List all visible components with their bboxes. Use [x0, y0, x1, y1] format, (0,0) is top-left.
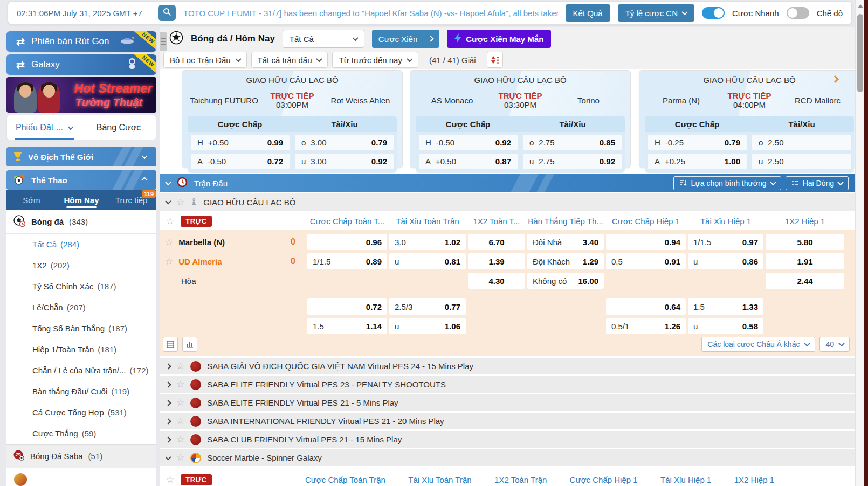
league-row[interactable]: ☆ SABA ELITE FRIENDLY Virtual PES 23 - P…	[160, 376, 855, 393]
scrollbar-thumb[interactable]	[857, 14, 863, 92]
tab-bet-slip[interactable]: Phiếu Đặt ...	[7, 115, 81, 140]
parlay-button[interactable]: Cược Xiên	[372, 30, 439, 48]
menu-item-correct-score[interactable]: Tỷ Số Chính Xác(187)	[6, 276, 156, 297]
odds-cell-hdp-home[interactable]: H-0.500.92	[419, 135, 518, 150]
odds-cell[interactable]: Đội Nhà3.40	[527, 234, 604, 250]
chevron-right-icon[interactable]	[165, 363, 171, 369]
odds-cell[interactable]: u0.58	[688, 318, 763, 334]
odds-cell[interactable]: Không có16.00	[527, 273, 604, 289]
results-button[interactable]: Kết Quả	[566, 4, 610, 22]
odds-cell[interactable]: u1.06	[389, 318, 466, 334]
next-cards-arrow[interactable]	[832, 74, 838, 84]
odds-cell[interactable]: 6.70	[468, 234, 525, 250]
sports-section[interactable]: Thể Thao	[6, 170, 156, 190]
mode-toggle[interactable]	[787, 7, 809, 19]
galaxy-version-button[interactable]: ⇄ Galaxy NEW	[6, 54, 156, 75]
normal-selection-dropdown[interactable]: Lựa chọn bình thường	[673, 176, 781, 190]
league-row[interactable]: ☆ SABA INTERNATIONAL FRIENDLY Virtual PE…	[160, 413, 855, 429]
odds-cell[interactable]: 1.39	[468, 253, 525, 269]
league-row[interactable]: ☆ SABA ELITE FRIENDLY Virtual PES 21 - 5…	[160, 394, 855, 411]
favorite-star-icon[interactable]: ☆	[176, 453, 184, 462]
collapse-sidebar-handle[interactable]	[160, 32, 167, 51]
menu-item-all[interactable]: Tất Cả(284)	[6, 234, 156, 255]
league-row[interactable]: ☆ SABA CLUB FRIENDLY Virtual PES 21 - 15…	[160, 431, 855, 448]
odds-cell-under[interactable]: u2.50	[752, 154, 851, 169]
odds-cell[interactable]: 1.91	[766, 253, 844, 269]
odds-cell[interactable]: 2.44	[766, 273, 844, 289]
collapse-chevron-icon[interactable]	[165, 179, 171, 185]
odds-cell[interactable]: 1/1.50.97	[688, 234, 763, 250]
odds-cell[interactable]: 1.51.33	[688, 298, 763, 315]
odds-cell[interactable]: u0.86	[688, 253, 763, 269]
odds-type-dropdown[interactable]: Tỷ lệ cược CN	[618, 4, 694, 22]
chevron-down-icon[interactable]	[165, 454, 171, 460]
odds-cell[interactable]: 1.51.14	[307, 318, 387, 334]
favorite-star-icon[interactable]: ☆	[176, 362, 184, 371]
hot-streamer-banner[interactable]: Hot Streamer Tường Thuật	[6, 77, 156, 113]
odds-cell-hdp-away[interactable]: A+0.251.00	[648, 154, 747, 169]
search-button[interactable]	[158, 5, 176, 21]
odds-cell-hdp-home[interactable]: H+0.500.99	[191, 135, 290, 150]
favorite-star-icon[interactable]: ☆	[165, 257, 173, 266]
odds-cell-over[interactable]: o2.50	[752, 135, 851, 150]
odds-cell[interactable]: 5.80	[766, 234, 844, 250]
two-line-dropdown[interactable]: Hai Dòng	[786, 176, 849, 190]
odds-cell-hdp-home[interactable]: H-0.250.79	[648, 135, 747, 150]
odds-cell-hdp-away[interactable]: A+0.500.87	[419, 154, 518, 169]
world-championship-section[interactable]: Vô Địch Thế Giới	[6, 147, 156, 166]
next-sport-icon[interactable]	[14, 473, 27, 486]
menu-item-1x2[interactable]: 1X2(202)	[6, 255, 156, 276]
odds-cell[interactable]: Đội Khách1.29	[527, 253, 604, 269]
odds-cell[interactable]: 4.30	[468, 273, 525, 289]
chevron-down-icon[interactable]	[165, 198, 171, 204]
scroll-up-arrow[interactable]	[858, 4, 863, 8]
menu-item-total-goals[interactable]: Tổng Số Bàn Thắng(187)	[6, 318, 156, 339]
odds-cell-hdp-away[interactable]: A-0.500.72	[191, 154, 290, 169]
favorite-star-icon[interactable]: ☆	[176, 435, 184, 444]
menu-item-first-last-goal[interactable]: Bàn thắng Đầu/ Cuối(119)	[6, 381, 156, 402]
odds-cell[interactable]: 3.01.02	[389, 234, 466, 250]
tab-early[interactable]: Sớm	[6, 190, 57, 210]
sort-button[interactable]	[487, 52, 503, 68]
match-filter-dropdown[interactable]: Bộ Lọc Trận Đấu	[163, 52, 247, 68]
odds-cell[interactable]: 0.96	[307, 234, 387, 250]
announcement-marquee[interactable]: TOTO CUP LEUMIT - 31/7] has been changed…	[183, 9, 558, 18]
favorite-star-icon[interactable]: ☆	[176, 416, 184, 426]
menu-item-mix-parlay[interactable]: Cá Cược Tổng Hợp(531)	[6, 402, 156, 423]
odds-cell[interactable]: 0.5/11.26	[606, 318, 686, 334]
tab-live[interactable]: Trực tiếp119	[106, 190, 156, 210]
odds-cell-under[interactable]: u2.750.92	[523, 154, 622, 169]
time-range-dropdown[interactable]: Từ trước đến nay	[332, 52, 418, 68]
odds-cell[interactable]: 0.72	[307, 298, 387, 315]
chevron-right-icon[interactable]	[165, 400, 171, 406]
odds-cell[interactable]: 0.94	[606, 234, 686, 250]
compact-version-button[interactable]: ⇄ Phiên bản Rút Gọn NEW	[6, 31, 156, 52]
menu-item-odd-even[interactable]: Lẻ/Chẵn(207)	[6, 297, 156, 318]
chevron-right-icon[interactable]	[165, 381, 171, 387]
odds-cell[interactable]: 0.64	[606, 298, 686, 315]
odds-cell-over[interactable]: o3.000.79	[295, 135, 394, 150]
tab-today[interactable]: Hôm Nay	[57, 190, 107, 210]
sport-filter-dropdown[interactable]: Tất Cả	[283, 30, 364, 48]
favorite-star-icon[interactable]: ☆	[176, 380, 184, 389]
menu-item-ht-ft[interactable]: Hiệp 1/Toàn Trận(181)	[6, 339, 156, 360]
favorite-star-icon[interactable]: ☆	[176, 198, 184, 207]
favorite-star-icon[interactable]: ☆	[165, 238, 173, 247]
odds-cell-over[interactable]: o2.750.85	[523, 135, 622, 150]
odds-cell[interactable]: u0.81	[389, 253, 466, 269]
odds-cell[interactable]: 0.50.91	[606, 253, 686, 269]
odds-cell[interactable]: 1/1.50.89	[307, 253, 387, 269]
favorite-star-icon[interactable]: ☆	[166, 475, 174, 484]
lucky-parlay-button[interactable]: Cược Xiên May Mắn	[447, 30, 551, 48]
tab-bet-board[interactable]: Bảng Cược	[81, 115, 156, 140]
league-row[interactable]: ☆ Soccer Marble - Spinner Galaxy	[160, 449, 855, 466]
menu-item-half-odd-even[interactable]: Chẵn / Lẻ của Nửa trận/...(172)	[6, 360, 156, 381]
table-view-button[interactable]	[163, 337, 178, 352]
page-size-dropdown[interactable]: 40	[819, 337, 850, 352]
menu-item-outright[interactable]: Cược Thẳng(59)	[6, 423, 156, 444]
chevron-right-icon[interactable]	[165, 436, 171, 442]
all-matches-dropdown[interactable]: Tất cả trận đấu	[251, 52, 328, 68]
vertical-scrollbar[interactable]	[855, 0, 864, 486]
stats-chart-button[interactable]	[182, 337, 197, 352]
odds-cell-under[interactable]: u3.000.92	[295, 154, 394, 169]
